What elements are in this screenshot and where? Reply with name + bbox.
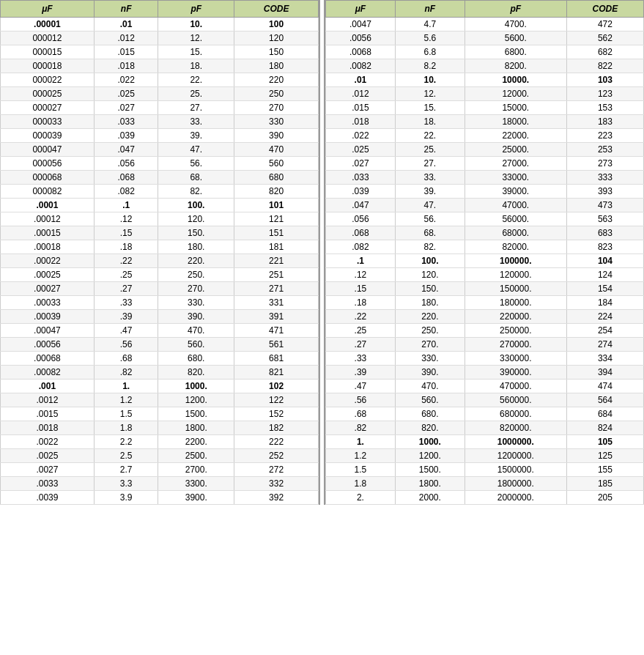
cell-code: 824 [566,421,643,435]
cell-code: 253 [566,143,643,157]
cell-pf: 680000. [465,407,566,421]
table-row: .00033.33330.331 [1,296,319,310]
cell-uf: .00027 [1,282,95,296]
header-nf-right: nF [395,1,465,18]
table-row: .00047.47470.471 [1,324,319,338]
cell-uf: .00068 [1,352,95,366]
cell-pf: 2200. [158,435,234,449]
cell-code: 183 [566,115,643,129]
cell-nf: .18 [94,240,158,254]
cell-uf: .00022 [1,254,95,268]
cell-code: 683 [566,226,643,240]
cell-pf: 150000. [465,282,566,296]
cell-code: 120 [234,32,319,45]
header-row: μF nF pF CODE [1,1,319,18]
cell-uf: .0022 [1,435,95,449]
table-row: .00686.86800.682 [325,45,643,59]
cell-pf: 390000. [465,366,566,380]
cell-pf: 12000. [465,87,566,101]
cell-nf: .056 [94,157,158,171]
cell-nf: 250. [395,324,465,338]
cell-uf: .047 [325,199,395,212]
table-row: 000012.01212.120 [1,32,319,45]
cell-uf: .00018 [1,240,95,254]
cell-pf: 120. [158,212,234,226]
table-row: .1100.100000.104 [325,254,643,268]
cell-code: 472 [566,18,643,32]
cell-code: 103 [566,73,643,87]
cell-code: 250 [234,87,319,101]
header-pf: pF [158,1,234,18]
table-row: .0110.10000.103 [325,73,643,87]
cell-code: 272 [234,463,319,477]
cell-nf: 120. [395,268,465,282]
cell-pf: 68000. [465,226,566,240]
cell-pf: 18000. [465,115,566,129]
table-row: .39390.390000.394 [325,366,643,380]
cell-nf: 270. [395,338,465,352]
cell-pf: 100. [158,199,234,212]
cell-nf: .1 [94,199,158,212]
cell-code: 562 [566,32,643,45]
table-row: .47470.470000.474 [325,380,643,393]
cell-pf: 560000. [465,393,566,407]
cell-code: 681 [234,352,319,366]
cell-uf: 1.5 [325,463,395,477]
cell-uf: .022 [325,129,395,143]
cell-nf: 3.3 [94,477,158,491]
right-table: μF nF pF CODE .00474.74700.472.00565.656… [325,0,644,505]
cell-code: 563 [566,212,643,226]
cell-nf: 1000. [395,435,465,449]
cell-code: 153 [566,101,643,115]
cell-pf: 330. [158,296,234,310]
cell-code: 150 [234,45,319,59]
table-row: .00393.93900.392 [1,491,319,505]
cell-uf: 000056 [1,157,95,171]
cell-pf: 68. [158,171,234,185]
cell-uf: .0039 [1,491,95,505]
cell-code: 823 [566,240,643,254]
cell-uf: .001 [1,380,95,393]
cell-nf: 330. [395,352,465,366]
cell-nf: .015 [94,45,158,59]
table-row: .0001.1100.101 [1,199,319,212]
cell-pf: 2000000. [465,491,566,505]
cell-nf: 2000. [395,491,465,505]
table-row: .0011.1000.102 [1,380,319,393]
cell-uf: .1 [325,254,395,268]
cell-nf: 18. [395,115,465,129]
cell-code: 394 [566,366,643,380]
cell-uf: .0068 [325,45,395,59]
table-row: .15150.150000.154 [325,282,643,296]
cell-code: 822 [566,59,643,73]
table-row: 000015.01515.150 [1,45,319,59]
cell-pf: 25000. [465,143,566,157]
cell-code: 474 [566,380,643,393]
table-row: .03939.39000.393 [325,185,643,199]
cell-nf: .082 [94,185,158,199]
cell-nf: 470. [395,380,465,393]
cell-nf: .25 [94,268,158,282]
header-uf: μF [1,1,95,18]
cell-code: 152 [234,407,319,421]
table-row: .00333.33300.332 [1,477,319,491]
cell-nf: .039 [94,129,158,143]
cell-nf: 2.5 [94,449,158,463]
table-row: .02727.27000.273 [325,157,643,171]
cell-code: 184 [566,296,643,310]
table-row: .56560.560000.564 [325,393,643,407]
cell-pf: 56000. [465,212,566,226]
cell-pf: 220000. [465,310,566,324]
cell-uf: .0027 [1,463,95,477]
table-row: .00027.27270.271 [1,282,319,296]
table-row: .00252.52500.252 [1,449,319,463]
cell-pf: 250. [158,268,234,282]
cell-nf: 1.8 [94,421,158,435]
cell-nf: 1.5 [94,407,158,421]
table-row: .00068.68680.681 [1,352,319,366]
cell-code: 470 [234,143,319,157]
cell-uf: 000015 [1,45,95,59]
cell-nf: 12. [395,87,465,101]
cell-code: 392 [234,491,319,505]
cell-pf: 27000. [465,157,566,171]
